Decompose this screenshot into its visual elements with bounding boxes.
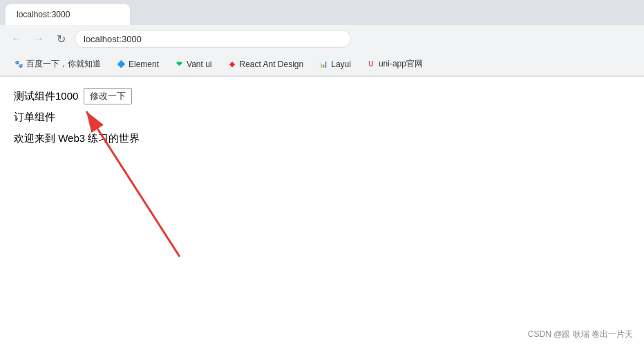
line2: 订单组件 [14, 107, 630, 126]
order-component-text: 订单组件 [14, 111, 55, 122]
line1: 测试组件1000 修改一下 [14, 88, 630, 104]
bookmark-uniapp-label: uni-app官网 [379, 58, 423, 70]
tab-label: localhost:3000 [17, 10, 70, 19]
watermark-text: CSDN @跟 耿瑞 卷出一片天 [528, 329, 633, 339]
reload-button[interactable]: ↻ [53, 30, 69, 47]
vant-icon: ❤ [174, 59, 184, 69]
modify-button[interactable]: 修改一下 [84, 88, 132, 104]
bookmark-layui[interactable]: 📊 Layui [313, 57, 357, 71]
bookmarks-bar: 🐾 百度一下，你就知道 🔷 Element ❤ Vant ui ◆ React … [0, 53, 644, 76]
nav-bar: ← → ↻ [0, 25, 644, 53]
page-content: 测试组件1000 修改一下 订单组件 欢迎来到 Web3 练习的世界 CSDN … [0, 77, 644, 348]
welcome-text: 欢迎来到 Web3 练习的世界 [14, 132, 140, 144]
back-icon: ← [11, 33, 22, 45]
bookmark-baidu-label: 百度一下，你就知道 [26, 58, 101, 70]
reload-icon: ↻ [57, 33, 66, 46]
bookmark-element-label: Element [129, 59, 159, 69]
address-bar[interactable] [75, 30, 351, 48]
uniapp-icon: U [366, 59, 376, 69]
bookmark-baidu[interactable]: 🐾 百度一下，你就知道 [8, 56, 106, 72]
forward-icon: → [33, 33, 44, 45]
line3: 欢迎来到 Web3 练习的世界 [14, 129, 630, 147]
active-tab[interactable]: localhost:3000 [6, 4, 130, 25]
bookmark-vant-label: Vant ui [187, 59, 211, 69]
bookmark-layui-label: Layui [331, 59, 351, 69]
react-antd-icon: ◆ [227, 59, 237, 69]
bookmark-react-antd-label: React Ant Design [240, 59, 304, 69]
bookmark-element[interactable]: 🔷 Element [111, 57, 164, 71]
tab-bar: localhost:3000 [0, 0, 644, 25]
layui-icon: 📊 [319, 59, 328, 69]
forward-button[interactable]: → [30, 30, 47, 47]
bookmark-vant[interactable]: ❤ Vant ui [169, 57, 217, 71]
bookmark-uniapp[interactable]: U uni-app官网 [361, 56, 428, 72]
browser-chrome: localhost:3000 ← → ↻ 🐾 百度一下，你就知道 🔷 Eleme… [0, 0, 644, 77]
baidu-icon: 🐾 [14, 59, 23, 69]
bookmark-react-antd[interactable]: ◆ React Ant Design [222, 57, 310, 71]
test-component-text: 测试组件1000 [14, 90, 78, 103]
watermark: CSDN @跟 耿瑞 卷出一片天 [528, 329, 633, 340]
element-icon: 🔷 [116, 59, 126, 69]
back-button[interactable]: ← [8, 30, 25, 47]
